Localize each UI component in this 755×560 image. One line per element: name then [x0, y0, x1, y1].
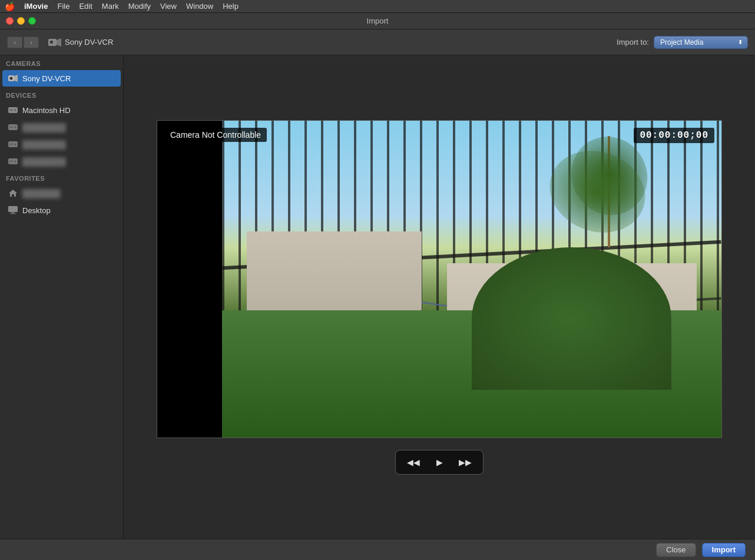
- video-pillar-left: [157, 121, 222, 438]
- drive-icon-4: [8, 157, 18, 166]
- window-title: Import: [367, 16, 389, 25]
- camera-not-controllable-badge: Camera Not Controllable: [164, 128, 267, 142]
- device-info: Sony DV-VCR: [48, 38, 113, 47]
- svg-rect-2: [50, 41, 53, 44]
- sidebar-item-sony-dv-vcr[interactable]: Sony DV-VCR: [2, 70, 121, 87]
- timecode-display: 00:00:00;00: [634, 128, 714, 143]
- traffic-lights: [6, 17, 36, 25]
- svg-rect-21: [10, 213, 16, 214]
- hd-icon: [8, 105, 18, 115]
- bottom-bar: Close Import: [0, 539, 755, 560]
- sidebar-item-home[interactable]: ███████: [2, 185, 121, 201]
- svg-rect-8: [9, 110, 13, 111]
- fast-forward-button[interactable]: ▶▶: [457, 454, 473, 470]
- svg-marker-1: [57, 38, 61, 47]
- import-to-label: Import to:: [617, 38, 649, 47]
- menu-window[interactable]: Window: [186, 2, 213, 11]
- macintosh-hd-label: Macintosh HD: [22, 106, 71, 115]
- menu-view[interactable]: View: [160, 2, 177, 11]
- sidebar-item-device-3[interactable]: ████████: [2, 136, 121, 153]
- dropdown-arrow-icon: ⬍: [738, 39, 743, 45]
- video-preview: Camera Not Controllable 00:00:00;00: [157, 120, 722, 438]
- import-to-dropdown[interactable]: Project Media ⬍: [654, 36, 748, 49]
- drive-icon-2: [8, 122, 18, 132]
- sidebar-item-macintosh-hd[interactable]: Macintosh HD: [2, 102, 121, 118]
- back-button[interactable]: ‹: [7, 37, 22, 48]
- close-button[interactable]: Close: [656, 543, 696, 557]
- drive-icon-3: [8, 140, 18, 149]
- sidebar: CAMERAS Sony DV-VCR DEVICES Macin: [0, 55, 124, 539]
- apple-menu[interactable]: 🍎: [5, 2, 15, 11]
- cameras-section-header: CAMERAS: [0, 55, 123, 69]
- dv-icon: [8, 74, 18, 83]
- desktop-label: Desktop: [22, 206, 51, 215]
- svg-point-13: [15, 144, 16, 145]
- devices-section-header: DEVICES: [0, 87, 123, 101]
- home-icon: [8, 188, 18, 198]
- device-4-label: ████████: [22, 157, 66, 166]
- home-label: ███████: [22, 189, 60, 198]
- forward-button[interactable]: ›: [24, 37, 39, 48]
- svg-point-5: [10, 77, 13, 80]
- svg-point-10: [15, 127, 16, 128]
- menu-help[interactable]: Help: [223, 2, 239, 11]
- svg-rect-20: [11, 212, 15, 213]
- transport-bar: ◀◀ ▶ ▶▶: [395, 450, 484, 475]
- svg-rect-14: [9, 144, 13, 145]
- favorites-section-header: FAVORITES: [0, 170, 123, 184]
- content-area: Camera Not Controllable 00:00:00;00: [124, 55, 755, 539]
- import-to-value: Project Media: [660, 38, 734, 47]
- nav-buttons: ‹ ›: [7, 37, 39, 48]
- play-button[interactable]: ▶: [431, 454, 448, 470]
- svg-marker-18: [9, 190, 17, 197]
- dv-camera-icon: [48, 38, 61, 47]
- menubar: 🍎 iMovie File Edit Mark Modify View Wind…: [0, 0, 755, 13]
- maximize-traffic-light[interactable]: [28, 17, 36, 25]
- menu-imovie[interactable]: iMovie: [24, 2, 48, 11]
- device-3-label: ████████: [22, 140, 66, 149]
- device-name-label: Sony DV-VCR: [65, 38, 113, 47]
- svg-point-16: [15, 161, 16, 163]
- import-button[interactable]: Import: [702, 543, 746, 557]
- camera-feed: [222, 121, 721, 438]
- svg-point-7: [15, 110, 16, 111]
- svg-rect-19: [8, 206, 18, 212]
- svg-rect-11: [9, 127, 13, 128]
- sony-dv-vcr-label: Sony DV-VCR: [22, 74, 71, 83]
- menu-edit[interactable]: Edit: [79, 2, 92, 11]
- import-to-section: Import to: Project Media ⬍: [617, 36, 748, 49]
- transport-controls: ◀◀ ▶ ▶▶: [395, 450, 484, 475]
- close-traffic-light[interactable]: [6, 17, 14, 25]
- rewind-button[interactable]: ◀◀: [405, 454, 422, 470]
- svg-marker-4: [14, 75, 18, 82]
- sidebar-item-device-4[interactable]: ████████: [2, 153, 121, 170]
- scene-background: [222, 121, 721, 438]
- sidebar-item-desktop[interactable]: Desktop: [2, 202, 121, 218]
- minimize-traffic-light[interactable]: [17, 17, 25, 25]
- menu-file[interactable]: File: [57, 2, 69, 11]
- svg-rect-17: [9, 161, 13, 162]
- main-layout: CAMERAS Sony DV-VCR DEVICES Macin: [0, 55, 755, 539]
- toolbar: ‹ › Sony DV-VCR Import to: Project Media…: [0, 29, 755, 55]
- sidebar-item-device-2[interactable]: ████████: [2, 119, 121, 135]
- device-2-label: ████████: [22, 123, 66, 132]
- menu-mark[interactable]: Mark: [102, 2, 119, 11]
- menu-modify[interactable]: Modify: [128, 2, 151, 11]
- desktop-icon: [8, 206, 18, 215]
- titlebar: Import: [0, 13, 755, 29]
